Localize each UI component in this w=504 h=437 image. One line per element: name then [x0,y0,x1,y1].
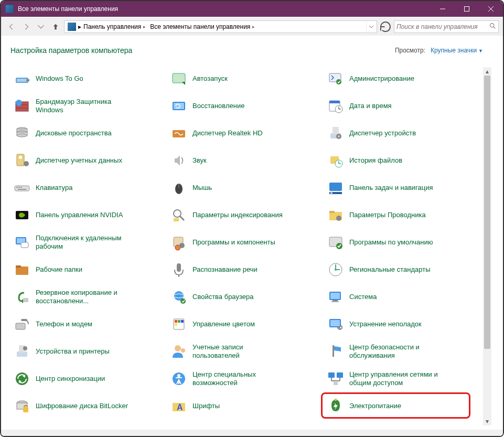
filehist-icon [327,152,344,169]
cp-item-filehist[interactable]: История файлов [324,149,479,172]
scroll-thumb[interactable] [484,76,490,349]
maximize-button[interactable] [455,1,479,17]
cp-item-label: Мышь [192,184,212,192]
minimize-button[interactable] [431,1,455,17]
phone-icon [14,316,30,333]
cp-item-sync[interactable]: Центр синхронизации [10,367,165,390]
cp-item-label: Панель управления NVIDIA [36,211,123,219]
nvidia-icon [14,207,30,223]
items-panel: Windows To GoАвтозапускАдминистрирование… [10,67,494,425]
breadcrumb-root[interactable]: Панель управления▸ [81,21,148,33]
up-button[interactable] [49,20,62,33]
cp-item-label: История файлов [349,156,402,165]
close-button[interactable] [479,1,503,17]
cp-item-datetime[interactable]: Дата и время [324,94,479,118]
troubleshoot-icon [327,316,344,333]
scroll-up-button[interactable]: ▴ [483,67,491,76]
cp-item-fonts[interactable]: Шрифты [167,395,322,418]
backup-icon [14,289,30,305]
cp-item-label: Устройства и принтеры [36,347,110,356]
cp-item-ease[interactable]: Центр специальных возможностей [167,367,322,390]
cp-item-speech[interactable]: Распознавание речи [167,258,322,281]
cp-item-users[interactable]: Учетные записи пользователей [167,340,322,363]
search-input[interactable] [396,23,489,30]
cp-item-label: Диспетчер учетных данных [36,156,122,165]
breadcrumb-root-label: Панель управления [83,23,141,30]
cp-item-admin[interactable]: Администрирование [324,67,479,90]
cp-item-devices[interactable]: Устройства и принтеры [10,340,165,363]
view-value: Крупные значки [431,47,477,54]
search-box[interactable] [394,20,499,33]
cp-item-security[interactable]: Центр безопасности и обслуживания [324,340,479,363]
cp-item-label: Клавиатура [36,184,72,192]
system-icon [327,289,344,305]
network-icon [327,370,344,387]
cp-item-label: Шифрование диска BitLocker [36,402,128,410]
cp-item-taskbar[interactable]: Панель задач и навигация [324,176,479,199]
cp-item-nvidia[interactable]: Панель управления NVIDIA [10,204,165,227]
cp-item-label: Windows To Go [36,74,83,83]
defaults-icon [327,234,344,251]
cp-item-phone[interactable]: Телефон и модем [10,313,165,336]
cp-item-mouse[interactable]: Мышь [167,176,322,199]
datetime-icon [327,98,344,114]
cp-item-troubleshoot[interactable]: Устранение неполадок [324,313,479,336]
cp-item-devmgr[interactable]: Диспетчер устройств [324,122,479,145]
cp-item-bitlocker[interactable]: Шифрование диска BitLocker [10,395,165,418]
breadcrumb-current[interactable]: Все элементы панели управления▸ [148,21,257,33]
users-icon [170,343,187,360]
cp-item-label: Учетные записи пользователей [192,343,287,360]
view-control: Просмотр: Крупные значки▼ [395,47,483,54]
svg-point-4 [490,23,494,27]
cp-item-storage[interactable]: Дисковые пространства [10,122,165,145]
explorer-icon [327,207,344,223]
cp-item-inetopt[interactable]: Свойства браузера [167,285,322,308]
cp-item-explorer[interactable]: Параметры Проводника [324,204,479,227]
forward-button[interactable] [20,20,33,33]
cp-item-sound[interactable]: Звук [167,149,322,172]
cp-item-indexing[interactable]: Параметры индексирования [167,204,322,227]
cp-item-keyboard[interactable]: Клавиатура [10,176,165,199]
cp-item-defaults[interactable]: Программы по умолчанию [324,231,479,254]
cp-item-label: Дата и время [349,102,392,110]
cp-item-credmgr[interactable]: Диспетчер учетных данных [10,149,165,172]
refresh-button[interactable] [379,20,392,33]
cp-item-recovery[interactable]: Восстановление [167,94,322,118]
cp-item-system[interactable]: Система [324,285,479,308]
cp-item-autoplay[interactable]: Автозапуск [167,67,322,90]
cp-item-color[interactable]: Управление цветом [167,313,322,336]
cp-item-programs[interactable]: Программы и компоненты [167,231,322,254]
storage-icon [14,125,30,142]
cp-item-label: Система [349,293,377,301]
recent-dropdown[interactable] [35,20,47,33]
address-bar[interactable]: ▸ Панель управления▸ Все элементы панели… [64,20,377,33]
cp-item-label: Дисковые пространства [36,129,112,137]
cp-item-label: Автозапуск [192,74,228,83]
scrollbar[interactable]: ▴ ▾ [483,67,491,425]
cp-item-workfolders[interactable]: Рабочие папки [10,258,165,281]
view-dropdown[interactable]: Крупные значки▼ [431,47,483,54]
cp-item-label: Панель задач и навигация [349,184,433,192]
cp-item-label: Диспетчер Realtek HD [192,129,263,137]
workfolders-icon [14,261,30,278]
programs-icon [170,234,187,251]
breadcrumb-current-label: Все элементы панели управления [150,23,250,30]
back-button[interactable] [5,20,18,33]
address-dropdown[interactable] [366,21,376,33]
cp-item-power[interactable]: Электропитание [324,395,479,418]
svg-line-5 [494,27,495,28]
cp-item-usb[interactable]: Windows To Go [10,67,165,90]
scroll-down-button[interactable]: ▾ [483,417,491,425]
cp-item-network[interactable]: Центр управления сетями и общим доступом [324,367,479,390]
cp-item-region[interactable]: Региональные стандарты [324,258,479,281]
cp-item-realtek[interactable]: Диспетчер Realtek HD [167,122,322,145]
cp-item-label: Центр синхронизации [36,375,105,383]
cp-item-label: Восстановление [192,102,244,110]
cp-item-label: Центр безопасности и обслуживания [349,343,444,360]
cp-item-remote[interactable]: Подключения к удаленным рабочим [10,231,165,254]
cp-item-firewall[interactable]: Брандмауэр Защитника Windows [10,94,165,118]
sync-icon [14,370,30,387]
sound-icon [170,152,187,169]
cp-item-label: Управление цветом [192,320,255,328]
cp-item-backup[interactable]: Резервное копирование и восстановлени... [10,285,165,308]
